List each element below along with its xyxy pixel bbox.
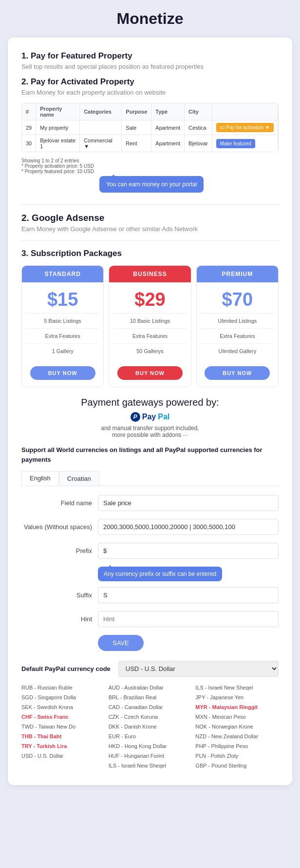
currency-item: PLN - Polish Zloty bbox=[195, 752, 279, 760]
default-currency-row: Default PayPal currency code USD - U.S. … bbox=[21, 661, 279, 677]
paypal-logo: P PayPal bbox=[131, 412, 169, 422]
currency-item: GBP - Pound Sterling bbox=[195, 762, 279, 769]
standard-header: STANDARD bbox=[22, 266, 103, 282]
currency-item: CHF - Swiss Franc bbox=[21, 713, 105, 721]
adsense-section: 2. Google Adsense Earn Money with Google… bbox=[21, 213, 279, 233]
tab-croatian[interactable]: Croatian bbox=[59, 471, 99, 486]
values-row: Values (Without spaces) bbox=[21, 519, 279, 535]
currency-item: HUF - Hungarian Forint bbox=[109, 752, 192, 760]
suffix-label: Suffix bbox=[21, 592, 92, 599]
suffix-input[interactable] bbox=[98, 587, 279, 603]
currency-item: THB - Thai Baht bbox=[21, 732, 105, 740]
default-currency-label: Default PayPal currency code bbox=[21, 665, 111, 672]
premium-features: Ulimited Listings Extra Features Ulimite… bbox=[197, 313, 278, 363]
activated-property-sub: Earn Money for each property activation … bbox=[21, 89, 279, 96]
payment-title: Payment gateways powered by: bbox=[21, 397, 279, 408]
default-currency-select[interactable]: USD - U.S. Dollar bbox=[118, 661, 279, 677]
currency-item: ILS - Israeli New Sheqel bbox=[195, 684, 279, 691]
table-footer: Showing 1 to 2 of 2 entries * Property a… bbox=[21, 158, 279, 174]
hint-label: Hint bbox=[21, 615, 92, 623]
field-name-input[interactable] bbox=[98, 495, 279, 511]
save-button[interactable]: SAVE bbox=[98, 635, 144, 651]
pay-for-activation-btn[interactable]: 🏷 Pay for activation ▼ bbox=[216, 123, 274, 132]
business-features: 10 Basic Listings Extra Features 50 Gall… bbox=[109, 313, 190, 363]
business-price: $29 bbox=[109, 282, 190, 313]
currency-item: ILS - Israeli New Sheqel bbox=[109, 762, 192, 769]
hint-input[interactable] bbox=[98, 611, 279, 627]
currency-item: TRY - Turkish Lira bbox=[21, 742, 105, 750]
currency-item bbox=[21, 762, 105, 769]
prefix-input[interactable] bbox=[98, 543, 279, 559]
subscription-section: 3. Subscription Packages STANDARD $15 5 … bbox=[21, 249, 279, 387]
col-action bbox=[212, 103, 278, 120]
prefix-row: Prefix bbox=[21, 543, 279, 559]
currency-item: HKD - Hong Kong Dollar bbox=[109, 742, 192, 750]
currency-item: EUR - Euro bbox=[109, 732, 192, 740]
currency-grid: RUB - Russian Ruble AUD - Australian Dol… bbox=[21, 684, 279, 769]
col-name: Property name bbox=[36, 103, 80, 120]
tab-english[interactable]: English bbox=[21, 471, 59, 486]
payment-section: Payment gateways powered by: P PayPal an… bbox=[21, 397, 279, 438]
paypal-name-2: Pal bbox=[158, 413, 169, 421]
col-city: City bbox=[185, 103, 212, 120]
suffix-row: Suffix bbox=[21, 587, 279, 603]
earn-money-tooltip: You can earn money on your portal bbox=[99, 176, 204, 193]
paypal-row: P PayPal bbox=[21, 412, 279, 422]
standard-price: $15 bbox=[22, 282, 103, 313]
prefix-label: Prefix bbox=[21, 547, 92, 554]
field-name-row: Field name bbox=[21, 495, 279, 511]
subscription-cards: STANDARD $15 5 Basic Listings Extra Feat… bbox=[21, 265, 279, 387]
adsense-title: 2. Google Adsense bbox=[21, 213, 279, 223]
payment-note: and manual transfer support included, mo… bbox=[21, 425, 279, 438]
currency-item: JPY - Japanese Yen bbox=[195, 693, 279, 701]
table-row: 30 Bjelovar estate 1 Commercial ▼ Rent A… bbox=[22, 135, 278, 152]
featured-property-title: 1. Pay for Featured Property bbox=[21, 51, 279, 61]
featured-property-section: 1. Pay for Featured Property Sell top re… bbox=[21, 51, 279, 70]
col-type: Type bbox=[151, 103, 185, 120]
currency-item: NOK - Norwegian Krone bbox=[195, 723, 279, 730]
field-name-label: Field name bbox=[21, 499, 92, 507]
standard-features: 5 Basic Listings Extra Features 1 Galler… bbox=[22, 313, 103, 363]
language-tabs: English Croatian bbox=[21, 471, 279, 486]
col-purpose: Purpose bbox=[122, 103, 151, 120]
premium-buy-btn[interactable]: BUY NOW bbox=[205, 366, 270, 380]
property-table: # Property name Categories Purpose Type … bbox=[21, 103, 279, 152]
values-input[interactable] bbox=[98, 519, 279, 535]
values-label: Values (Without spaces) bbox=[21, 523, 92, 531]
standard-buy-btn[interactable]: BUY NOW bbox=[30, 366, 95, 380]
make-featured-btn[interactable]: Make featured bbox=[216, 139, 255, 148]
adsense-sub: Earn Money with Google Adsense or other … bbox=[21, 225, 279, 233]
paypal-icon: P bbox=[131, 412, 140, 422]
currency-item: SGD - Singapore Dolla bbox=[21, 693, 105, 701]
currency-item: AUD - Australian Dollar bbox=[109, 684, 192, 691]
business-plan-card: BUSINESS $29 10 Basic Listings Extra Fea… bbox=[109, 265, 191, 387]
hint-row: Hint bbox=[21, 611, 279, 627]
subscription-title: 3. Subscription Packages bbox=[21, 249, 279, 258]
premium-header: PREMIUM bbox=[197, 266, 278, 282]
currency-tooltip: Any currency prefix or suffix can be ent… bbox=[98, 567, 222, 581]
featured-property-sub: Sell top results and special places posi… bbox=[21, 63, 279, 70]
currency-item: PHP - Philippine Peso bbox=[195, 742, 279, 750]
page-title: Monetize bbox=[8, 10, 292, 28]
currency-item: BRL - Brazilian Real bbox=[109, 693, 192, 701]
currency-item: NZD - New Zealand Dollar bbox=[195, 732, 279, 740]
table-row: 29 My property Sale Apartment Cestica 🏷 … bbox=[22, 120, 278, 135]
currency-item: TWD - Taiwan New Do bbox=[21, 723, 105, 730]
col-num: # bbox=[22, 103, 36, 120]
currencies-bold-text: Support all World currencies on listings… bbox=[21, 445, 279, 464]
currency-item: RUB - Russian Ruble bbox=[21, 684, 105, 691]
currency-item: USD - U.S. Dollar bbox=[21, 752, 105, 760]
premium-price: $70 bbox=[197, 282, 278, 313]
currency-item: CAD - Canadian Dollar bbox=[109, 703, 192, 711]
currency-item: DKK - Danish Krone bbox=[109, 723, 192, 730]
currency-item: CZK - Czech Koruna bbox=[109, 713, 192, 721]
col-cat: Categories bbox=[80, 103, 122, 120]
activated-property-title: 2. Pay for Activated Property bbox=[21, 77, 279, 87]
main-card: 1. Pay for Featured Property Sell top re… bbox=[8, 38, 292, 785]
activated-property-section: 2. Pay for Activated Property Earn Money… bbox=[21, 77, 279, 96]
business-header: BUSINESS bbox=[109, 266, 190, 282]
business-buy-btn[interactable]: BUY NOW bbox=[117, 366, 183, 380]
paypal-name-1: Pay bbox=[142, 413, 156, 421]
currency-item: SEK - Swedish Krona bbox=[21, 703, 105, 711]
standard-plan-card: STANDARD $15 5 Basic Listings Extra Feat… bbox=[21, 265, 104, 387]
